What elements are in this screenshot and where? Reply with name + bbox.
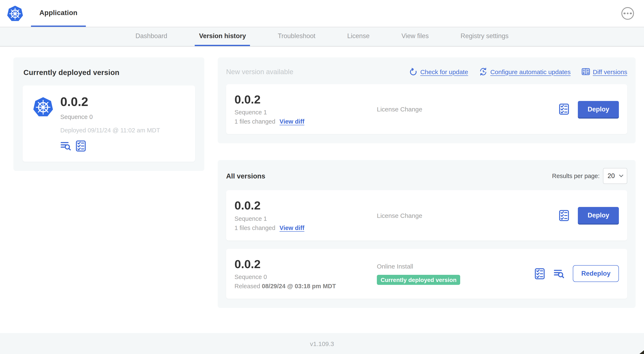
deployed-timestamp: Deployed 09/11/24 @ 11:02 am MDT bbox=[60, 127, 160, 134]
footer: v1.109.3 bbox=[0, 333, 644, 354]
tab-view-files[interactable]: View files bbox=[397, 27, 433, 46]
app-subnav: Dashboard Version history Troubleshoot L… bbox=[0, 27, 644, 47]
all-versions-title: All versions bbox=[226, 172, 552, 180]
preflight-checks-icon[interactable] bbox=[559, 210, 570, 221]
version-info: 0.0.2 Sequence 1 1 files changed View di… bbox=[234, 200, 377, 231]
app-manager-version: v1.109.3 bbox=[310, 340, 334, 347]
released-date: 08/29/24 @ 03:18 pm MDT bbox=[262, 283, 336, 289]
new-version-panel-head: New version available Check for update bbox=[226, 65, 627, 78]
files-changed-count: 1 files changed bbox=[234, 118, 275, 125]
version-actions: Deploy bbox=[559, 207, 619, 224]
files-changed-count: 1 files changed bbox=[234, 225, 275, 231]
kubernetes-app-icon bbox=[33, 96, 54, 118]
viewport: Application Dashboard Version history Tr… bbox=[0, 0, 644, 354]
version-row: 0.0.2 Sequence 0 Released 08/29/24 @ 03:… bbox=[226, 249, 627, 299]
version-sequence: Sequence 1 bbox=[234, 109, 377, 116]
version-number: 0.0.2 bbox=[234, 200, 377, 212]
new-version-title: New version available bbox=[226, 68, 409, 76]
deploy-logs-icon[interactable] bbox=[554, 268, 564, 279]
restart-icon bbox=[409, 68, 417, 76]
diff-versions-label: Diff versions bbox=[593, 68, 627, 75]
files-changed-line: 1 files changed View diff bbox=[234, 118, 377, 125]
results-per-page-select[interactable]: 20 bbox=[603, 168, 627, 184]
deploy-logs-icon[interactable] bbox=[60, 140, 71, 152]
version-source-cell: Online Install Currently deployed versio… bbox=[377, 263, 534, 285]
version-actions: Deploy bbox=[559, 101, 619, 118]
cursor-artifact bbox=[640, 350, 644, 354]
app-tab-application[interactable]: Application bbox=[31, 0, 86, 27]
app-title: Application bbox=[39, 9, 78, 17]
currently-deployed-badge: Currently deployed version bbox=[377, 275, 460, 285]
tab-troubleshoot[interactable]: Troubleshoot bbox=[274, 27, 320, 46]
version-number: 0.0.2 bbox=[234, 258, 377, 270]
view-diff-link[interactable]: View diff bbox=[280, 225, 304, 231]
version-actions: Redeploy bbox=[534, 265, 619, 282]
version-info: 0.0.2 Sequence 0 Released 08/29/24 @ 03:… bbox=[234, 258, 377, 290]
tab-dashboard[interactable]: Dashboard bbox=[131, 27, 172, 46]
clock-refresh-icon bbox=[479, 68, 488, 76]
files-changed-line: 1 files changed View diff bbox=[234, 225, 377, 231]
preflight-checks-icon[interactable] bbox=[75, 140, 86, 152]
currently-deployed-card: 0.0.2 Sequence 0 Deployed 09/11/24 @ 11:… bbox=[22, 86, 195, 162]
chevron-down-icon bbox=[619, 174, 624, 178]
all-versions-panel: All versions Results per page: 20 0.0.2 … bbox=[218, 160, 636, 308]
deployed-sequence: Sequence 0 bbox=[60, 114, 160, 120]
released-prefix: Released bbox=[234, 283, 260, 289]
version-sequence: Sequence 1 bbox=[234, 215, 377, 222]
version-row: 0.0.2 Sequence 1 1 files changed View di… bbox=[226, 190, 627, 240]
app-root: Application Dashboard Version history Tr… bbox=[0, 0, 644, 354]
tab-license[interactable]: License bbox=[343, 27, 374, 46]
update-actions: Check for update Configure automatic upd… bbox=[409, 68, 627, 76]
deploy-button[interactable]: Deploy bbox=[578, 101, 619, 118]
main-content: Currently deployed version 0.0.2 Sequen bbox=[0, 47, 644, 333]
results-per-page-label: Results per page: bbox=[552, 173, 600, 180]
view-diff-link[interactable]: View diff bbox=[280, 118, 304, 125]
check-for-update-link[interactable]: Check for update bbox=[409, 68, 468, 76]
top-header: Application bbox=[0, 0, 644, 27]
deployed-version-details: 0.0.2 Sequence 0 Deployed 09/11/24 @ 11:… bbox=[60, 95, 160, 152]
preflight-checks-icon[interactable] bbox=[534, 268, 545, 279]
new-version-row: 0.0.2 Sequence 1 1 files changed View di… bbox=[226, 84, 627, 134]
version-info: 0.0.2 Sequence 1 1 files changed View di… bbox=[234, 93, 377, 125]
ellipsis-menu-icon[interactable] bbox=[622, 7, 634, 20]
tab-version-history[interactable]: Version history bbox=[195, 27, 250, 46]
configure-automatic-updates-label: Configure automatic updates bbox=[490, 68, 571, 75]
redeploy-button[interactable]: Redeploy bbox=[573, 265, 619, 282]
version-source: Online Install bbox=[377, 263, 534, 270]
version-number: 0.0.2 bbox=[234, 93, 377, 106]
deploy-button[interactable]: Deploy bbox=[578, 207, 619, 224]
results-per-page-value: 20 bbox=[608, 172, 615, 180]
deployed-card-actions bbox=[60, 140, 160, 152]
configure-automatic-updates-link[interactable]: Configure automatic updates bbox=[479, 68, 571, 76]
released-timestamp: Released 08/29/24 @ 03:18 pm MDT bbox=[234, 283, 377, 289]
deployed-version-number: 0.0.2 bbox=[60, 95, 160, 109]
version-source-cell: License Change bbox=[377, 106, 559, 113]
kubernetes-logo-icon bbox=[7, 4, 24, 23]
version-source: License Change bbox=[377, 212, 559, 219]
preflight-checks-icon[interactable] bbox=[559, 104, 570, 115]
version-history-column: New version available Check for update bbox=[218, 57, 636, 308]
results-per-page: Results per page: 20 bbox=[552, 168, 627, 184]
currently-deployed-title: Currently deployed version bbox=[24, 68, 194, 77]
diff-icon bbox=[582, 68, 590, 76]
check-for-update-label: Check for update bbox=[420, 68, 468, 75]
diff-versions-link[interactable]: Diff versions bbox=[582, 68, 627, 76]
version-source-cell: License Change bbox=[377, 212, 559, 219]
version-sequence: Sequence 0 bbox=[234, 273, 377, 280]
currently-deployed-panel: Currently deployed version 0.0.2 Sequen bbox=[14, 57, 204, 171]
tab-registry-settings[interactable]: Registry settings bbox=[456, 27, 513, 46]
version-source: License Change bbox=[377, 106, 559, 113]
new-version-panel: New version available Check for update bbox=[218, 57, 636, 144]
all-versions-head: All versions Results per page: 20 bbox=[226, 168, 627, 185]
